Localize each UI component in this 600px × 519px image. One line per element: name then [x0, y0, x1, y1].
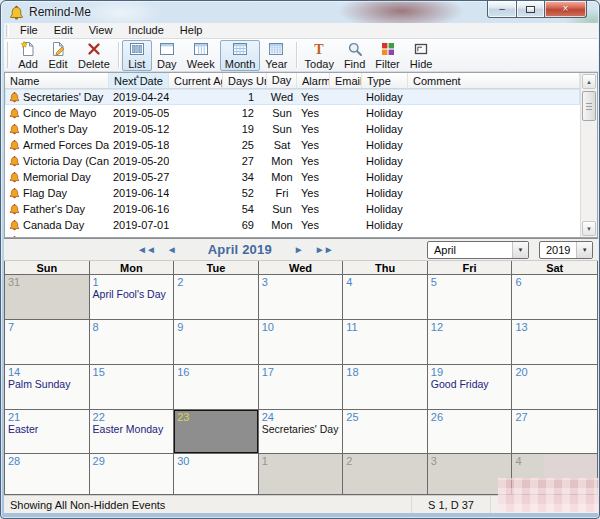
calendar-cell-29[interactable]: 29 — [90, 454, 175, 495]
calendar-cell-19[interactable]: 19Good Friday — [428, 365, 513, 410]
day-number: 19 — [428, 365, 512, 378]
calendar-cell-4[interactable]: 4 — [343, 275, 428, 320]
calendar-cell-3[interactable]: 3 — [259, 275, 344, 320]
event-row[interactable]: Mother's Day2019-05-1219SunYesHoliday — [5, 121, 580, 137]
calendar-cell-11[interactable]: 11 — [343, 320, 428, 365]
previous-year-button[interactable]: ◄◄ — [137, 240, 155, 260]
column-header-type[interactable]: Type — [362, 73, 408, 88]
calendar-cell-30[interactable]: 30 — [174, 454, 259, 495]
calendar-cell-25[interactable]: 25 — [343, 410, 428, 454]
calendar-cell-1[interactable]: 1April Fool's Day — [90, 275, 175, 320]
toolbar-button-list[interactable]: List — [122, 40, 152, 71]
calendar-cell-12[interactable]: 12 — [428, 320, 513, 365]
event-row[interactable]: Armed Forces Day2019-05-1825SatYesHolida… — [5, 137, 580, 153]
year-dropdown[interactable]: 2019 ▼ — [539, 241, 593, 259]
close-button[interactable]: × — [545, 1, 587, 18]
event-row[interactable]: Canada Day2019-07-0169MonYesHoliday — [5, 217, 580, 233]
window-title: Remind-Me — [29, 5, 91, 19]
menu-item-help[interactable]: Help — [172, 23, 211, 38]
previous-month-button[interactable]: ◄ — [167, 240, 176, 260]
event-row[interactable]: Memorial Day2019-05-2734MonYesHoliday — [5, 169, 580, 185]
toolbar-button-today[interactable]: TToday — [300, 40, 339, 71]
toolbar-button-month[interactable]: Month — [220, 40, 261, 71]
maximize-button[interactable] — [517, 1, 545, 18]
calendar-cell-5[interactable]: 5 — [428, 275, 513, 320]
day-number: 23 — [174, 410, 258, 423]
scroll-thumb[interactable] — [582, 91, 596, 121]
toolbar-button-year[interactable]: Year — [260, 40, 292, 71]
chevron-down-icon[interactable]: ▼ — [576, 242, 592, 258]
list-scrollbar[interactable]: ▲ ▼ — [580, 73, 597, 237]
calendar-cell-adjacent-4[interactable]: 4 — [512, 454, 597, 495]
app-window: Remind-Me – × FileEditViewIncludeHelp Ad… — [0, 0, 600, 519]
event-row[interactable]: Flag Day2019-06-1452FriYesHoliday — [5, 185, 580, 201]
menu-item-view[interactable]: View — [81, 23, 121, 38]
scroll-down-icon: ▼ — [586, 226, 592, 232]
toolbar-grip[interactable] — [7, 42, 10, 68]
scroll-down-button[interactable]: ▼ — [582, 221, 596, 236]
month-dropdown[interactable]: April ▼ — [427, 241, 529, 259]
calendar-cell-15[interactable]: 15 — [90, 365, 175, 410]
calendar-cell-21[interactable]: 21Easter — [5, 410, 90, 454]
menu-grip[interactable] — [6, 25, 9, 37]
column-header-day[interactable]: Day — [267, 73, 297, 88]
calendar-cell-16[interactable]: 16 — [174, 365, 259, 410]
menu-item-edit[interactable]: Edit — [46, 23, 81, 38]
event-row[interactable]: Cinco de Mayo2019-05-0512SunYesHoliday — [5, 105, 580, 121]
calendar-cell-adjacent-1[interactable]: 1 — [259, 454, 344, 495]
calendar-cell-6[interactable]: 6 — [512, 275, 597, 320]
column-header-alarm[interactable]: Alarm — [297, 73, 330, 88]
calendar-cell-24[interactable]: 24Secretaries' Day — [259, 410, 344, 454]
calendar-cell-adjacent-3[interactable]: 3 — [428, 454, 513, 495]
calendar-cell-20[interactable]: 20 — [512, 365, 597, 410]
calendar-cell-27[interactable]: 27 — [512, 410, 597, 454]
event-row[interactable]: Victoria Day (Can...2019-05-2027MonYesHo… — [5, 153, 580, 169]
event-row[interactable]: Secretaries' Day2019-04-241WedYesHoliday — [5, 89, 580, 105]
calendar-cell-14[interactable]: 14Palm Sunday — [5, 365, 90, 410]
calendar-cell-23[interactable]: 23 — [174, 410, 259, 454]
event-row[interactable]: Father's Day2019-06-1654SunYesHoliday — [5, 201, 580, 217]
column-header-days-until[interactable]: Days Until — [223, 73, 267, 88]
cell-type: Holiday — [362, 201, 408, 217]
calendar-cell-adjacent-2[interactable]: 2 — [343, 454, 428, 495]
calendar-cell-18[interactable]: 18 — [343, 365, 428, 410]
calendar-cell-9[interactable]: 9 — [174, 320, 259, 365]
toolbar-button-day[interactable]: Day — [152, 40, 182, 71]
menu-item-include[interactable]: Include — [120, 23, 171, 38]
scroll-up-button[interactable]: ▲ — [582, 74, 596, 89]
calendar-cell-22[interactable]: 22Easter Monday — [90, 410, 175, 454]
calendar-cell-17[interactable]: 17 — [259, 365, 344, 410]
chevron-down-icon[interactable]: ▼ — [512, 242, 528, 258]
event-row[interactable]: Independence Day2019-07-0472ThuYesHolida… — [5, 233, 580, 237]
title-bar[interactable]: Remind-Me – × — [1, 1, 599, 23]
calendar-cell-adjacent-31[interactable]: 31 — [5, 275, 90, 320]
cell-day: Sat — [267, 137, 297, 153]
calendar-cell-2[interactable]: 2 — [174, 275, 259, 320]
calendar-cell-10[interactable]: 10 — [259, 320, 344, 365]
toolbar-button-week[interactable]: Week — [182, 40, 220, 71]
toolbar-button-delete[interactable]: Delete — [73, 40, 115, 71]
column-header-next-date[interactable]: Next Date▲ — [109, 73, 169, 88]
toolbar-button-add[interactable]: Add — [13, 40, 43, 71]
event-bell-icon — [9, 107, 20, 119]
next-year-button[interactable]: ►► — [315, 240, 333, 260]
month-dropdown-value: April — [428, 242, 512, 258]
column-header-name[interactable]: Name — [5, 73, 109, 88]
next-month-button[interactable]: ► — [294, 240, 303, 260]
column-header-current-age[interactable]: Current Age — [169, 73, 223, 88]
toolbar-button-find[interactable]: Find — [339, 40, 370, 71]
column-header-email[interactable]: Email — [330, 73, 362, 88]
toolbar-button-edit[interactable]: Edit — [43, 40, 73, 71]
calendar-cell-13[interactable]: 13 — [512, 320, 597, 365]
day-number: 26 — [428, 410, 512, 423]
minimize-button[interactable]: – — [487, 1, 517, 18]
calendar-cell-28[interactable]: 28 — [5, 454, 90, 495]
calendar-cell-8[interactable]: 8 — [90, 320, 175, 365]
calendar-cell-7[interactable]: 7 — [5, 320, 90, 365]
calendar-cell-26[interactable]: 26 — [428, 410, 513, 454]
cell-comment — [408, 89, 580, 105]
toolbar-button-hide[interactable]: Hide — [405, 40, 438, 71]
toolbar-button-filter[interactable]: Filter — [370, 40, 404, 71]
column-header-comment[interactable]: Comment — [408, 73, 580, 88]
menu-item-file[interactable]: File — [12, 23, 46, 38]
